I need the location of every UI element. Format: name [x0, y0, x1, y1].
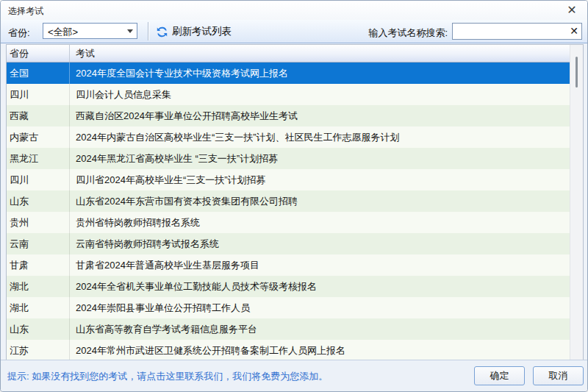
refresh-label: 刷新考试列表	[172, 25, 232, 38]
table-row[interactable]: 西藏 西藏自治区2024年事业单位公开招聘高校毕业生考试	[7, 105, 570, 126]
footer-buttons: 确定 取消	[474, 366, 584, 385]
row-province: 内蒙古	[7, 126, 70, 148]
refresh-exam-list-button[interactable]: 刷新考试列表	[156, 23, 232, 40]
titlebar: 选择考试 ✕	[1, 1, 587, 20]
row-exam: 2024年内蒙古自治区高校毕业生“三支一扶”计划、社区民生工作志愿服务计划	[70, 126, 570, 148]
table-row[interactable]: 云南 云南省特岗教师招聘考试报名系统	[7, 233, 570, 254]
table-row[interactable]: 贵州 贵州省特岗教师招聘报名系统	[7, 212, 570, 233]
search-box: ✕	[452, 23, 582, 40]
row-province: 云南	[7, 233, 70, 254]
row-exam: 山东省2024年东营市国有资本投资集团有限公司招聘	[70, 190, 570, 212]
scrollbar-thumb[interactable]	[576, 57, 578, 88]
row-exam: 2024年常州市武进区卫健系统公开招聘备案制工作人员网上报名	[70, 340, 570, 361]
row-province: 西藏	[7, 105, 70, 126]
table-row[interactable]: 黑龙江 2024年黑龙江省高校毕业生 “三支一扶”计划招募	[7, 148, 570, 169]
row-exam: 2024年度全国会计专业技术中级资格考试网上报名	[70, 63, 570, 84]
row-exam: 2024年黑龙江省高校毕业生 “三支一扶”计划招募	[70, 148, 570, 169]
toolbar: 省份: <全部> 刷新考试列表 输入考试名称搜索: ✕	[1, 20, 587, 43]
row-exam: 2024年全省机关事业单位工勤技能人员技术等级考核报名	[70, 276, 570, 297]
table-row-selected[interactable]: 全国 2024年度全国会计专业技术中级资格考试网上报名	[7, 63, 570, 84]
province-select[interactable]: <全部>	[43, 23, 137, 39]
refresh-icon	[156, 26, 168, 38]
row-exam: 山东省高等教育自学考试考籍信息服务平台	[70, 318, 570, 340]
table-row[interactable]: 四川 四川省2024年高校毕业生“三支一扶”计划招募	[7, 169, 570, 190]
exam-table: 省份 考试 全国 2024年度全国会计专业技术中级资格考试网上报名 四川 四川会…	[6, 44, 584, 360]
province-selected-value: <全部>	[48, 26, 78, 39]
row-province: 湖北	[7, 276, 70, 297]
row-province: 四川	[7, 169, 70, 190]
row-exam: 西藏自治区2024年事业单位公开招聘高校毕业生考试	[70, 105, 570, 126]
table-row[interactable]: 湖北 2024年崇阳县事业单位公开招聘工作人员	[7, 297, 570, 318]
select-exam-dialog: 选择考试 ✕ 省份: <全部> 刷新考试列表 输入考试名称搜索: ✕ 省份	[0, 0, 588, 392]
ok-button[interactable]: 确定	[474, 366, 525, 385]
footer: 提示: 如果没有找到您的考试，请点击这里联系我们，我们将免费为您添加。 确定 取…	[1, 360, 587, 391]
close-icon[interactable]: ✕	[564, 3, 579, 18]
table-row[interactable]: 内蒙古 2024年内蒙古自治区高校毕业生“三支一扶”计划、社区民生工作志愿服务计…	[7, 126, 570, 148]
row-province: 贵州	[7, 212, 70, 233]
search-input[interactable]	[453, 24, 567, 39]
row-exam: 四川会计人员信息采集	[70, 84, 570, 105]
clear-search-icon[interactable]: ✕	[570, 25, 578, 38]
chevron-down-icon	[127, 29, 133, 33]
province-label: 省份:	[8, 26, 30, 40]
table-row[interactable]: 湖北 2024年全省机关事业单位工勤技能人员技术等级考核报名	[7, 276, 570, 297]
row-province: 四川	[7, 84, 70, 105]
dialog-title: 选择考试	[8, 5, 43, 18]
table-row[interactable]: 山东 山东省2024年东营市国有资本投资集团有限公司招聘	[7, 190, 570, 212]
table-row[interactable]: 江苏 2024年常州市武进区卫健系统公开招聘备案制工作人员网上报名	[7, 340, 570, 361]
table-row[interactable]: 四川 四川会计人员信息采集	[7, 84, 570, 105]
row-province: 湖北	[7, 297, 70, 318]
table-header: 省份 考试	[7, 45, 570, 63]
row-province: 山东	[7, 190, 70, 212]
toolbar-separator	[148, 22, 148, 40]
table-row[interactable]: 山东 山东省高等教育自学考试考籍信息服务平台	[7, 318, 570, 340]
row-exam: 贵州省特岗教师招聘报名系统	[70, 212, 570, 233]
search-label: 输入考试名称搜索:	[368, 26, 448, 40]
row-province: 江苏	[7, 340, 70, 361]
row-province: 山东	[7, 318, 70, 340]
column-header-exam[interactable]: 考试	[70, 45, 570, 62]
row-province: 全国	[7, 63, 70, 84]
row-exam: 甘肃省2024年普通高校毕业生基层服务项目	[70, 254, 570, 276]
row-province: 黑龙江	[7, 148, 70, 169]
row-exam: 云南省特岗教师招聘考试报名系统	[70, 233, 570, 254]
column-header-province[interactable]: 省份	[7, 45, 70, 62]
row-province: 甘肃	[7, 254, 70, 276]
row-exam: 2024年崇阳县事业单位公开招聘工作人员	[70, 297, 570, 318]
cancel-button[interactable]: 取消	[533, 366, 584, 385]
contact-us-hint-link[interactable]: 提示: 如果没有找到您的考试，请点击这里联系我们，我们将免费为您添加。	[7, 370, 328, 383]
vertical-scrollbar[interactable]	[570, 45, 583, 360]
table-row[interactable]: 甘肃 甘肃省2024年普通高校毕业生基层服务项目	[7, 254, 570, 276]
row-exam: 四川省2024年高校毕业生“三支一扶”计划招募	[70, 169, 570, 190]
